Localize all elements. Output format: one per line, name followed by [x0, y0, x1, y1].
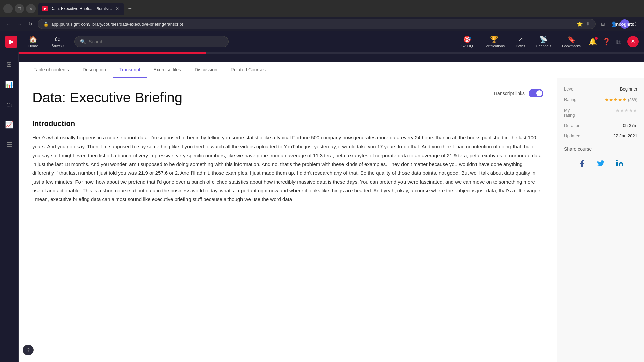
sidebar-icon-layers[interactable]: 🗂 — [3, 98, 16, 111]
my-rating-stars[interactable]: ★★★★★ — [591, 108, 637, 113]
app: ▶ 🏠 Home 🗂 Browse 🔍 🎯 Skill IQ 🏆 Certifi… — [0, 31, 644, 362]
nav-right: 🎯 Skill IQ 🏆 Certifications ↗ Paths 📡 Ch… — [459, 34, 639, 49]
my-rating-label: My rating — [564, 108, 591, 118]
tab-exercise[interactable]: Exercise files — [147, 62, 188, 78]
sidebar-icon-list[interactable]: ☰ — [3, 138, 16, 152]
browser-menu-btn[interactable]: ⋮ — [631, 19, 640, 29]
updated-row: Updated 22 Jan 2021 — [564, 133, 637, 138]
browser-chrome: — □ ✕ ▶ Data: Executive Briefi... | Plur… — [0, 0, 644, 17]
progress-bar-fill — [19, 52, 206, 54]
browse-icon: 🗂 — [54, 35, 61, 43]
notif-dot — [595, 37, 598, 40]
svg-point-0 — [616, 160, 618, 161]
sidebar-icon-chart[interactable]: 📊 — [3, 78, 16, 91]
tab-close-btn[interactable]: ✕ — [115, 6, 120, 11]
course-tabs: Table of contents Description Transcript… — [19, 62, 644, 78]
back-btn[interactable]: ← — [4, 19, 13, 29]
rating-stars: ★★★★★ — [605, 97, 627, 102]
tab-toc[interactable]: Table of contents — [27, 62, 76, 78]
browse-label: Browse — [51, 44, 64, 48]
close-btn[interactable]: ✕ — [26, 4, 36, 13]
channels-label: Channels — [536, 44, 551, 48]
share-title: Share course — [564, 146, 637, 152]
rating-label: Rating — [564, 97, 591, 102]
active-tab[interactable]: ▶ Data: Executive Briefi... | Pluralsi..… — [38, 3, 124, 15]
tab-related[interactable]: Related Courses — [224, 62, 272, 78]
transcript-area: Data: Executive Briefing Transcript link… — [19, 78, 557, 362]
refresh-btn[interactable]: ↻ — [25, 19, 35, 29]
tab-bar: ▶ Data: Executive Briefi... | Pluralsi..… — [38, 3, 641, 15]
sidebar-icon-analytics[interactable]: 📈 — [3, 118, 16, 131]
section-heading: Introduction — [32, 119, 543, 128]
nav-item-channels[interactable]: 📡 Channels — [533, 34, 554, 49]
paths-icon: ↗ — [518, 35, 523, 43]
new-tab-btn[interactable]: + — [125, 4, 135, 13]
forward-btn[interactable]: → — [15, 19, 24, 29]
course-title: Data: Executive Briefing — [32, 89, 182, 106]
incognito-avatar[interactable]: Incognito — [620, 19, 629, 29]
duration-row: Duration 0h 37m — [564, 123, 637, 128]
left-sidebar: ⊞ 📊 🗂 📈 ☰ — [0, 52, 19, 362]
my-empty-stars: ★★★★★ — [615, 108, 637, 113]
help-floating-btn[interactable]: ? — [23, 345, 34, 355]
paths-label: Paths — [516, 44, 525, 48]
video-header — [19, 52, 644, 62]
bookmarks-label: Bookmarks — [562, 44, 581, 48]
tab-transcript[interactable]: Transcript — [113, 62, 147, 78]
sidebar-icon-grid[interactable]: ⊞ — [3, 58, 16, 71]
updated-label: Updated — [564, 133, 591, 138]
share-twitter-btn[interactable] — [595, 157, 607, 169]
home-label: Home — [28, 44, 38, 48]
nav-item-skilliq[interactable]: 🎯 Skill IQ — [459, 34, 476, 49]
maximize-btn[interactable]: □ — [15, 4, 24, 13]
user-avatar[interactable]: S — [627, 36, 639, 47]
minimize-btn[interactable]: — — [3, 4, 13, 13]
transcript-body: Here's what usually happens in a course … — [32, 133, 543, 204]
rating-value: ★★★★★ (368) — [591, 97, 637, 102]
search-bar[interactable]: 🔍 — [74, 36, 229, 47]
share-section: Share course — [564, 146, 637, 169]
nav-item-certifications[interactable]: 🏆 Certifications — [481, 34, 508, 49]
transcript-controls: Transcript links — [493, 89, 543, 97]
nav-item-browse[interactable]: 🗂 Browse — [49, 34, 66, 49]
address-bar-row: ← → ↻ 🔒 app.pluralsight.com/library/cour… — [0, 17, 644, 31]
skilliq-label: Skill IQ — [461, 44, 473, 48]
notifications-btn[interactable]: 🔔 — [589, 38, 597, 46]
level-label: Level — [564, 86, 591, 92]
extensions-btn[interactable]: ⊞ — [598, 19, 608, 29]
share-facebook-btn[interactable] — [576, 157, 588, 169]
updated-value: 22 Jan 2021 — [591, 133, 637, 138]
tab-discussion[interactable]: Discussion — [188, 62, 224, 78]
help-btn-nav[interactable]: ❓ — [602, 38, 611, 46]
my-rating-row: My rating ★★★★★ — [564, 108, 637, 118]
apps-btn[interactable]: ⊞ — [616, 38, 622, 46]
home-icon: 🏠 — [29, 35, 37, 43]
share-linkedin-btn[interactable] — [613, 157, 626, 169]
transcript-links-toggle[interactable] — [529, 89, 543, 97]
duration-label: Duration — [564, 123, 591, 128]
transcript-links-label: Transcript links — [493, 90, 525, 96]
skilliq-icon: 🎯 — [463, 35, 471, 43]
nav-item-bookmarks[interactable]: 🔖 Bookmarks — [559, 34, 583, 49]
address-bar[interactable]: 🔒 app.pluralsight.com/library/courses/da… — [38, 19, 596, 29]
search-input[interactable] — [89, 39, 223, 44]
content-area: Table of contents Description Transcript… — [19, 52, 644, 362]
search-icon: 🔍 — [80, 39, 86, 44]
share-icons — [564, 157, 637, 169]
nav-item-home[interactable]: 🏠 Home — [25, 34, 41, 49]
nav-item-paths[interactable]: ↗ Paths — [513, 34, 528, 49]
level-row: Level Beginner — [564, 86, 637, 92]
tab-favicon: ▶ — [42, 6, 48, 11]
channels-icon: 📡 — [539, 35, 548, 43]
browser-action-btns: ⊞ 👤 Incognito ⋮ — [598, 19, 640, 29]
tab-description[interactable]: Description — [76, 62, 113, 78]
main-content: Data: Executive Briefing Transcript link… — [19, 78, 644, 362]
duration-value: 0h 37m — [591, 123, 637, 128]
level-value: Beginner — [591, 86, 637, 92]
address-bar-icons: ⭐ ⬇ — [577, 21, 590, 27]
browser-controls: — □ ✕ — [3, 4, 36, 13]
rating-row: Rating ★★★★★ (368) — [564, 97, 637, 102]
certifications-label: Certifications — [484, 44, 505, 48]
toggle-knob — [536, 90, 542, 96]
ps-logo[interactable]: ▶ — [5, 36, 17, 48]
